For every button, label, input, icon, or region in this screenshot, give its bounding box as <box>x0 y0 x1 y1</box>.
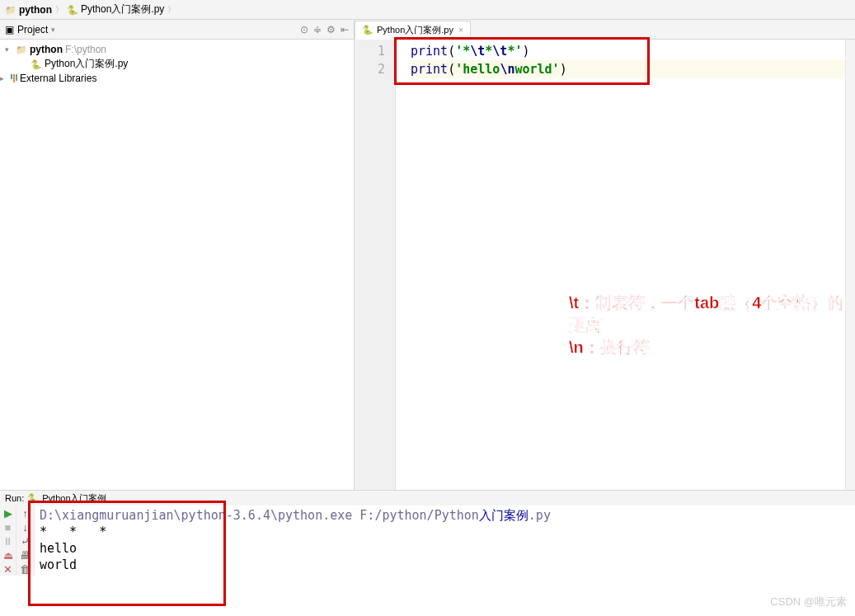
stop-icon[interactable]: ■ <box>5 521 12 534</box>
watermark: CSDN @唯元素 <box>770 595 847 609</box>
editor-tab[interactable]: Python入门案例.py × <box>355 21 471 40</box>
soft-wrap-icon[interactable]: ⤶ <box>21 535 30 548</box>
expand-arrow-icon[interactable]: ▸ <box>0 74 8 82</box>
expand-icon[interactable]: ≑ <box>313 24 322 35</box>
annotation-line: \t：制表符，一个tab键（4个空格）的距离 <box>569 292 855 336</box>
run-label: Run: <box>5 493 24 503</box>
python-file-icon <box>31 59 42 70</box>
console-line: hello <box>40 540 850 557</box>
run-toolbar-right: ↑ ↓ ⤶ 🖶 🗑 <box>16 505 35 576</box>
expand-arrow-icon[interactable]: ▾ <box>5 45 13 54</box>
breadcrumb-label: Python入门案例.py <box>81 2 164 16</box>
breadcrumb-item-file[interactable]: Python入门案例.py <box>67 2 164 16</box>
hide-icon[interactable]: ⇤ <box>341 24 349 35</box>
code-content[interactable]: print('*\t*\t*') print('hello\nworld') <box>396 40 855 490</box>
project-tree: ▾ python F:\python Python入门案例.py ▸ Exter… <box>0 40 354 88</box>
close-icon[interactable]: ✕ <box>3 563 12 576</box>
run-panel: Run: Python入门案例 ▶ ■ ⏸ ⏏ ✕ ↑ ↓ ⤶ 🖶 🗑 D:\x… <box>0 490 855 576</box>
editor-panel: Python入门案例.py × 1 2 print('*\t*\t*') pri… <box>355 20 855 490</box>
line-gutter: 1 2 <box>355 40 396 490</box>
code-line: print('hello\nworld') <box>411 60 855 78</box>
tree-file[interactable]: Python入门案例.py <box>0 56 354 72</box>
close-tab-icon[interactable]: × <box>458 26 463 35</box>
console-line: D:\xiangmuruanjian\python-3.6.4\python.e… <box>40 507 850 524</box>
down-icon[interactable]: ↓ <box>22 521 28 534</box>
annotation-overlay: \t：制表符，一个tab键（4个空格）的距离 \n：换行符 <box>569 292 855 359</box>
project-view-icon: ▣ <box>5 24 14 35</box>
project-toolbar: ⊙ ≑ ⚙ ⇤ <box>300 24 349 35</box>
tree-node-label: External Libraries <box>20 73 96 84</box>
run-toolbar-left: ▶ ■ ⏸ ⏏ ✕ <box>0 505 16 576</box>
project-title[interactable]: Project <box>17 24 48 35</box>
breadcrumb-label: python <box>19 4 52 16</box>
project-header: ▣ Project ▾ ⊙ ≑ ⚙ ⇤ <box>0 20 354 40</box>
folder-icon <box>16 44 27 55</box>
console-output[interactable]: D:\xiangmuruanjian\python-3.6.4\python.e… <box>35 505 855 576</box>
console-line: world <box>40 557 850 573</box>
run-body: ▶ ■ ⏸ ⏏ ✕ ↑ ↓ ⤶ 🖶 🗑 D:\xiangmuruanjian\p… <box>0 505 855 576</box>
dropdown-icon[interactable]: ▾ <box>51 26 55 34</box>
tree-node-label: Python入门案例.py <box>45 57 128 71</box>
pause-icon[interactable]: ⏸ <box>2 535 13 548</box>
folder-icon <box>5 4 16 16</box>
collapse-icon[interactable]: ⊙ <box>300 24 308 35</box>
library-icon <box>11 74 17 82</box>
editor-tab-bar: Python入门案例.py × <box>355 20 855 40</box>
project-title-group: ▣ Project ▾ <box>5 24 55 35</box>
project-panel: ▣ Project ▾ ⊙ ≑ ⚙ ⇤ ▾ python F:\python P… <box>0 20 355 490</box>
run-header: Run: Python入门案例 <box>0 491 855 505</box>
code-line: print('*\t*\t*') <box>411 42 855 60</box>
run-config-name[interactable]: Python入门案例 <box>42 492 106 505</box>
chevron-right-icon: 〉 <box>167 4 176 16</box>
annotation-line: \n：换行符 <box>569 336 855 359</box>
python-file-icon <box>67 4 78 16</box>
tab-label: Python入门案例.py <box>377 24 453 36</box>
code-editor[interactable]: 1 2 print('*\t*\t*') print('hello\nworld… <box>355 40 855 490</box>
breadcrumb: python 〉 Python入门案例.py 〉 <box>0 0 855 20</box>
console-line: * * * <box>40 524 850 540</box>
main-area: ▣ Project ▾ ⊙ ≑ ⚙ ⇤ ▾ python F:\python P… <box>0 20 855 490</box>
print-icon[interactable]: 🖶 <box>20 549 31 562</box>
trash-icon[interactable]: 🗑 <box>20 563 31 576</box>
chevron-right-icon: 〉 <box>55 4 63 16</box>
editor-scrollbar[interactable] <box>845 40 855 490</box>
tree-external-libs[interactable]: ▸ External Libraries <box>0 72 354 85</box>
line-number: 2 <box>355 60 385 78</box>
tree-node-label: python <box>30 44 63 55</box>
breadcrumb-item-project[interactable]: python <box>5 4 52 16</box>
python-file-icon <box>362 25 373 35</box>
exit-icon[interactable]: ⏏ <box>3 549 13 562</box>
tree-root[interactable]: ▾ python F:\python <box>0 43 354 56</box>
up-icon[interactable]: ↑ <box>22 507 28 520</box>
rerun-icon[interactable]: ▶ <box>4 507 12 520</box>
tree-node-hint: F:\python <box>65 44 106 55</box>
line-number: 1 <box>355 42 385 60</box>
python-file-icon <box>27 493 39 504</box>
settings-icon[interactable]: ⚙ <box>326 24 336 35</box>
